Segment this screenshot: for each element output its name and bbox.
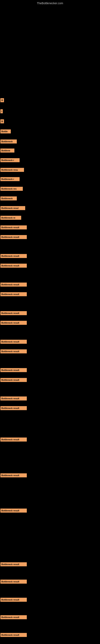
site-title: TheBottlenecker.com [0,0,100,6]
bar-fill: Bottleneck result [0,235,27,239]
bar-fill: Bottleneck res [0,187,23,191]
bottleneck-bar: Bottleneck result [0,562,27,566]
bottleneck-bar: Bottleneck result [0,508,27,512]
bar-fill: Bottleneck result [0,615,27,619]
bottleneck-bar: I [0,109,3,113]
bottleneck-bar: Bottleneck result [0,438,27,442]
bar-fill: Bottleneck result [0,580,27,584]
bottleneck-bar: Bottleneck r [0,177,20,181]
bottleneck-bar: Bottleneck result [0,406,27,410]
bar-fill: Bottleneck result [0,226,27,230]
bottleneck-bar: Bottleneck result [0,378,27,382]
bar-fill: Bottleneck result [0,340,27,344]
bar-fill: Bottleneck result [0,349,27,354]
bar-fill: Bottleneck result [0,438,27,442]
bar-fill: Bottlene [0,148,14,152]
bottleneck-bar: Bottleneck result [0,598,27,602]
bottleneck-bar: Bottleneck result [0,473,27,477]
bottleneck-bar: Bottle [0,130,11,134]
bar-fill: Bottleneck result [0,396,27,400]
bar-fill: Bottleneck result [0,368,27,372]
bottleneck-bar: Bottleneck [0,140,17,144]
bar-fill: Bottleneck result [0,254,27,258]
bar-fill: Bottleneck r [0,177,20,181]
bottleneck-bar: Bottleneck result [0,633,27,637]
bottleneck-bar: B [0,98,4,102]
bar-fill: Bottle [0,130,11,134]
bar-fill: Bottleneck result [0,633,27,637]
bottleneck-bar: Bottleneck result [0,368,27,372]
bar-fill: Bottleneck result [0,562,27,566]
bottleneck-bar: Bottleneck result [0,340,27,344]
bottleneck-bar: Bottleneck result [0,254,27,258]
bottleneck-bar: Bottleneck r [0,158,20,162]
bar-fill: B [0,119,4,123]
bottleneck-bar: Bottleneck result [0,349,27,354]
bottleneck-bar: Bottleneck resul [0,206,25,210]
bottleneck-bar: B [0,119,4,123]
bar-fill: Bottleneck [0,196,17,200]
bar-fill: Bottleneck result [0,321,27,325]
bottleneck-bar: Bottleneck result [0,282,27,286]
bar-fill: Bottleneck re [0,216,21,220]
bottleneck-bar: Bottleneck [0,196,17,200]
bottleneck-bar: Bottleneck result [0,226,27,230]
bar-fill: I [0,109,3,113]
bar-fill: Bottleneck resul [0,206,25,210]
bottleneck-bar: Bottleneck result [0,292,27,296]
bar-fill: Bottleneck result [0,406,27,410]
bottleneck-bar: Bottleneck res [0,187,23,191]
bottleneck-bar: Bottleneck result [0,311,27,315]
bar-fill: B [0,98,4,102]
bar-fill: Bottleneck result [0,598,27,602]
bar-fill: Bottleneck result [0,292,27,296]
bar-fill: Bottleneck result [0,473,27,477]
bottleneck-bar: Bottleneck result [0,264,27,268]
bar-fill: Bottleneck resu [0,168,24,172]
bar-fill: Bottleneck r [0,158,20,162]
bar-fill: Bottleneck result [0,282,27,286]
bottleneck-bar: Bottleneck result [0,580,27,584]
bottleneck-bar: Bottleneck result [0,396,27,400]
bar-fill: Bottleneck result [0,311,27,315]
bottleneck-bar: Bottlene [0,148,14,152]
bottleneck-bar: Bottleneck result [0,321,27,325]
bar-fill: Bottleneck result [0,264,27,268]
bar-fill: Bottleneck result [0,508,27,512]
bottleneck-bar: Bottleneck result [0,235,27,239]
bar-fill: Bottleneck [0,140,17,144]
bottleneck-bar: Bottleneck re [0,216,21,220]
bottleneck-bar: Bottleneck resu [0,168,24,172]
bar-fill: Bottleneck result [0,378,27,382]
bottleneck-bar: Bottleneck result [0,615,27,619]
